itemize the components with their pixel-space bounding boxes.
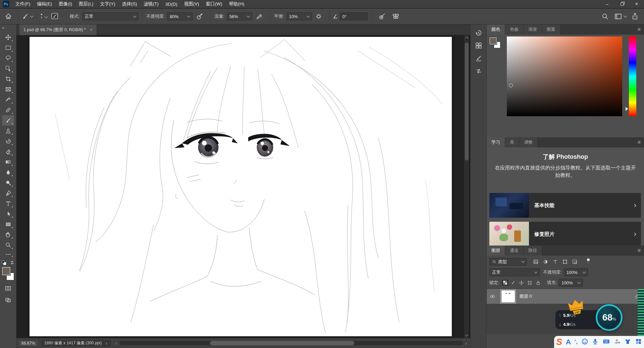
brush-preset-picker[interactable]: 4 — [41, 14, 42, 19]
tool-edit-toolbar[interactable] — [2, 250, 14, 258]
layer-opacity-select[interactable]: 100% — [564, 268, 588, 276]
symmetry-butterfly-icon[interactable] — [392, 12, 400, 20]
share-icon[interactable] — [631, 13, 639, 20]
tab-close-icon[interactable]: × — [90, 27, 93, 32]
panel-menu-icon[interactable]: ≡ — [638, 248, 641, 254]
lock-all-button[interactable] — [534, 279, 542, 286]
filter-smart-objects-icon[interactable] — [571, 258, 579, 266]
tool-pen[interactable] — [2, 188, 14, 198]
menu-file[interactable]: 文件(F) — [12, 0, 34, 8]
sogou-logo[interactable]: S — [556, 338, 562, 347]
screen-mode-button[interactable] — [2, 295, 14, 305]
restore-button[interactable] — [614, 0, 629, 8]
tool-clone-stamp[interactable] — [2, 126, 14, 136]
tab-adjustments[interactable]: 调整 — [519, 137, 538, 147]
tool-move[interactable] — [2, 32, 14, 43]
document-tab[interactable]: 1.psd @ 66.7% (图层 0, RGB/8) * × — [19, 24, 97, 35]
lock-transparent-pixels-button[interactable] — [501, 279, 509, 286]
filter-adjustment-layers-icon[interactable] — [541, 258, 550, 266]
menu-view[interactable]: 视图(V) — [181, 0, 203, 8]
toolbar-collapse[interactable]: » — [0, 24, 6, 32]
vertical-scroll-thumb[interactable] — [465, 43, 469, 160]
hscroll-left-arrow[interactable]: ‹ — [115, 341, 117, 346]
menu-layer[interactable]: 图层(L) — [75, 0, 97, 8]
panel-menu-icon[interactable]: ≡ — [638, 26, 641, 32]
menu-image[interactable]: 图像(I) — [55, 0, 75, 8]
tool-spot-healing-brush[interactable] — [2, 105, 14, 115]
panel-icon-brush-settings[interactable] — [475, 55, 482, 62]
scroll-down-arrow[interactable] — [465, 333, 469, 337]
tool-hand[interactable] — [2, 229, 14, 240]
menu-3d[interactable]: 3D(D) — [162, 0, 181, 8]
menu-help[interactable]: 帮助(H) — [225, 0, 248, 8]
filter-type-layers-icon[interactable] — [551, 258, 559, 266]
workspace-switcher[interactable] — [614, 12, 627, 20]
layer-row[interactable]: 图层 0 — [487, 289, 644, 304]
panel-menu-icon[interactable]: ≡ — [638, 139, 641, 145]
menu-edit[interactable]: 编辑(E) — [34, 0, 55, 8]
layer-thumbnail[interactable] — [501, 290, 515, 302]
blend-mode-select[interactable]: 正常 — [489, 268, 540, 276]
tool-path-selection[interactable] — [2, 209, 14, 219]
layer-filter-type-select[interactable]: 类型 — [489, 258, 527, 266]
tool-preset-picker[interactable] — [22, 13, 33, 20]
saturation-brightness-field[interactable] — [507, 37, 622, 116]
tool-lasso[interactable] — [2, 53, 14, 63]
fill-select[interactable]: 100% — [559, 279, 583, 287]
panel-icon-swatches[interactable] — [475, 42, 482, 49]
swap-colors-icon[interactable] — [10, 260, 14, 265]
ime-skin-icon[interactable] — [624, 338, 631, 346]
color-swatches[interactable] — [2, 267, 14, 280]
tool-zoom[interactable] — [2, 240, 14, 250]
mode-select[interactable]: 正常 — [82, 12, 139, 20]
panel-icon-compare[interactable] — [475, 67, 482, 75]
hue-slider-pointer[interactable] — [626, 107, 628, 111]
pressure-opacity-icon[interactable] — [196, 13, 203, 20]
foreground-color-swatch[interactable] — [2, 267, 10, 275]
ime-account-icon[interactable] — [614, 338, 621, 346]
angle-input[interactable]: 0° — [340, 12, 368, 20]
tab-gradients[interactable]: 渐变 — [524, 24, 542, 34]
default-colors-icon[interactable] — [2, 261, 6, 265]
minimize-button[interactable]: – — [600, 0, 614, 8]
scroll-up-arrow[interactable] — [465, 37, 469, 40]
flow-select[interactable]: 56% — [227, 12, 252, 20]
vertical-scrollbar[interactable] — [464, 35, 469, 338]
memory-percent-ring[interactable]: 68% — [596, 304, 623, 331]
smoothing-select[interactable]: 10% — [286, 12, 312, 20]
airbrush-icon[interactable] — [256, 13, 263, 20]
hscroll-right-arrow[interactable]: › — [465, 341, 467, 346]
tool-dodge[interactable] — [2, 178, 14, 188]
menu-select[interactable]: 选择(S) — [119, 0, 141, 8]
tool-eraser[interactable] — [2, 146, 14, 157]
ime-punctuation-toggle[interactable]: ’, — [575, 339, 578, 345]
color-field-cursor[interactable] — [509, 83, 513, 87]
learn-card-basic-skills[interactable]: 基本技能 › — [489, 193, 641, 218]
menu-filter[interactable]: 滤镜(T) — [141, 0, 162, 8]
gear-icon[interactable] — [315, 13, 322, 20]
chevron-down-icon[interactable] — [45, 15, 48, 18]
lock-position-button[interactable] — [517, 279, 526, 286]
tool-blur[interactable] — [2, 167, 14, 178]
canvas[interactable] — [30, 37, 452, 336]
tool-eyedropper[interactable] — [2, 94, 14, 105]
hue-slider[interactable] — [629, 37, 636, 116]
horizontal-scrollbar[interactable] — [119, 341, 463, 345]
ime-language-toggle[interactable]: A — [566, 338, 571, 346]
tool-rectangle[interactable] — [2, 219, 14, 229]
home-icon[interactable] — [5, 13, 12, 20]
ime-toolbox-icon[interactable] — [635, 338, 642, 346]
tool-crop[interactable] — [2, 74, 14, 84]
tab-patterns[interactable]: 图案 — [542, 24, 560, 34]
layer-name[interactable]: 图层 0 — [520, 293, 532, 299]
search-icon[interactable] — [601, 13, 609, 20]
layer-visibility-toggle[interactable] — [487, 289, 498, 304]
ime-emoji-icon[interactable] — [581, 338, 588, 346]
canvas-artwork[interactable] — [30, 37, 452, 336]
panel-fg-bg-swatches[interactable] — [489, 37, 501, 49]
lock-artboard-button[interactable] — [526, 279, 534, 286]
ime-mic-icon[interactable] — [592, 338, 599, 346]
zoom-level-box[interactable]: 66.67% — [18, 340, 38, 347]
panel-icon-history[interactable] — [475, 29, 482, 37]
menu-window[interactable]: 窗口(W) — [203, 0, 226, 8]
